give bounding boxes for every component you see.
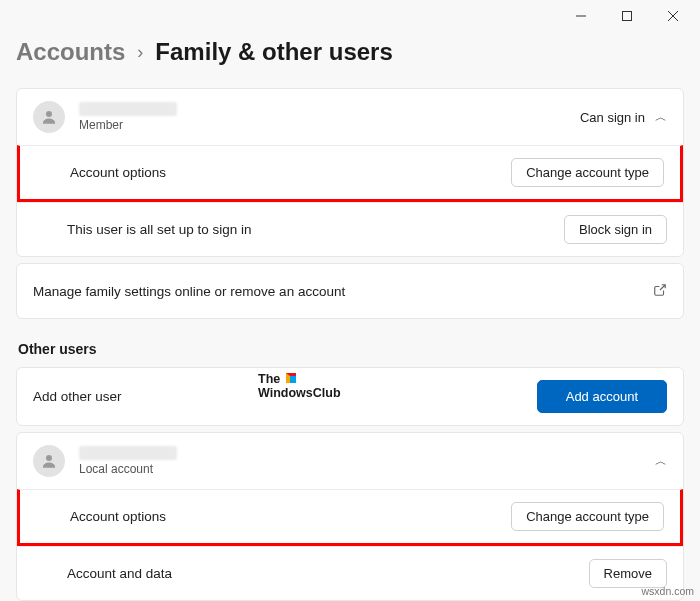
- account-data-row: Account and data Remove: [17, 546, 683, 600]
- add-other-user-card: Add other user Add account: [16, 367, 684, 426]
- account-data-label: Account and data: [67, 566, 172, 581]
- account-options-label: Account options: [70, 165, 166, 180]
- signin-setup-text: This user is all set up to sign in: [67, 222, 252, 237]
- chevron-right-icon: ›: [137, 42, 143, 63]
- external-link-icon: [653, 283, 667, 300]
- account-options-label-2: Account options: [70, 509, 166, 524]
- account-options-row-2: Account options Change account type: [17, 489, 683, 546]
- page-title: Family & other users: [155, 38, 392, 66]
- signin-setup-row: This user is all set up to sign in Block…: [17, 202, 683, 256]
- user-name-redacted: [79, 102, 177, 116]
- signin-status: Can sign in: [580, 110, 645, 125]
- manage-family-link-card[interactable]: Manage family settings online or remove …: [16, 263, 684, 319]
- user-role: Member: [79, 118, 177, 132]
- add-other-user-label: Add other user: [33, 389, 122, 404]
- other-users-section-title: Other users: [18, 341, 684, 357]
- svg-rect-1: [623, 12, 632, 21]
- breadcrumb: Accounts › Family & other users: [16, 38, 684, 66]
- maximize-button[interactable]: [604, 0, 650, 32]
- change-account-type-button[interactable]: Change account type: [511, 158, 664, 187]
- add-account-button[interactable]: Add account: [537, 380, 667, 413]
- user-name-redacted: [79, 446, 177, 460]
- window-titlebar: [0, 0, 700, 32]
- minimize-button[interactable]: [558, 0, 604, 32]
- source-watermark: wsxdn.com: [641, 585, 694, 597]
- user-role: Local account: [79, 462, 177, 476]
- change-account-type-button-2[interactable]: Change account type: [511, 502, 664, 531]
- user-avatar-icon: [33, 101, 65, 133]
- svg-point-5: [46, 455, 52, 461]
- chevron-up-icon: ︿: [655, 453, 667, 470]
- family-user-card: Member Can sign in ︿ Account options Cha…: [16, 88, 684, 257]
- other-user-header[interactable]: Local account ︿: [17, 433, 683, 489]
- user-avatar-icon: [33, 445, 65, 477]
- manage-family-link-label: Manage family settings online or remove …: [33, 284, 345, 299]
- block-signin-button[interactable]: Block sign in: [564, 215, 667, 244]
- close-button[interactable]: [650, 0, 696, 32]
- other-user-card: Local account ︿ Account options Change a…: [16, 432, 684, 601]
- family-user-header[interactable]: Member Can sign in ︿: [17, 89, 683, 145]
- chevron-up-icon: ︿: [655, 109, 667, 126]
- account-options-row: Account options Change account type: [17, 145, 683, 202]
- breadcrumb-parent[interactable]: Accounts: [16, 38, 125, 66]
- svg-point-4: [46, 111, 52, 117]
- remove-account-button[interactable]: Remove: [589, 559, 667, 588]
